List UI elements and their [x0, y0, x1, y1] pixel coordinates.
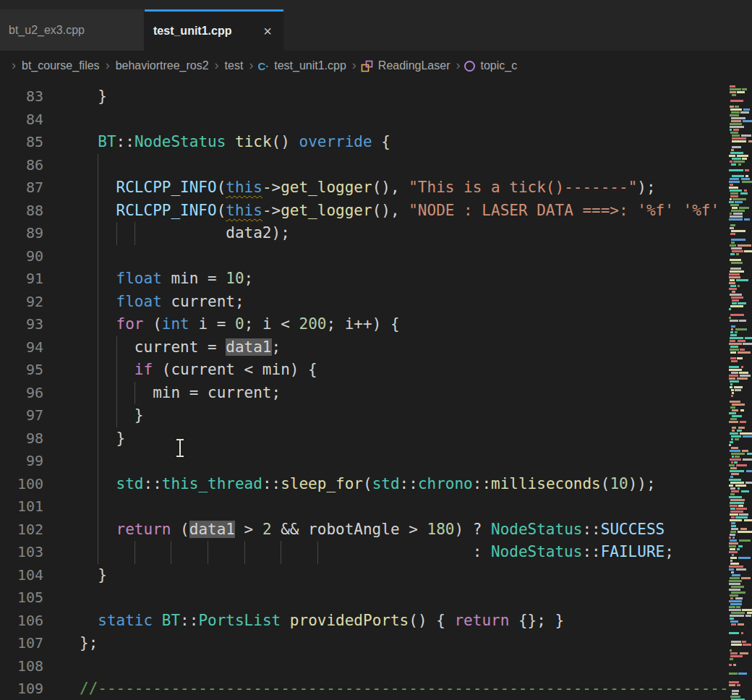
code-token: && robotAngle >	[272, 521, 427, 538]
breadcrumb-item-topic[interactable]: topic_c	[479, 59, 518, 72]
code-token: min =	[162, 270, 226, 287]
code-line: 107};	[0, 632, 752, 655]
code-token: ::	[144, 475, 162, 492]
code-token: (),	[372, 202, 409, 219]
code-token: (	[171, 521, 189, 538]
code-token: ::	[582, 543, 600, 560]
code-editor[interactable]: 83 }8485 BT::NodeStatus tick() override …	[0, 81, 752, 700]
code-line: 100 std::this_thread::sleep_for(std::chr…	[0, 473, 752, 496]
breadcrumb-item-test_unit1-cpp[interactable]: test_unit1.cpp	[273, 59, 348, 72]
editor-lines: 83 }8485 BT::NodeStatus tick() override …	[0, 85, 752, 700]
code-token	[80, 612, 98, 629]
tab-label: test_unit1.cpp	[153, 25, 231, 38]
breadcrumb-item-bt_course_files[interactable]: bt_course_files	[20, 59, 101, 72]
code-token: for	[116, 315, 144, 333]
code-line: 91 float min = 10;	[0, 268, 752, 291]
code-token: (	[217, 179, 226, 196]
line-number: 101	[0, 495, 43, 518]
code-token: ::	[582, 521, 600, 538]
code-token: (	[144, 315, 162, 333]
line-number: 103	[0, 541, 43, 564]
code-token: (),	[372, 179, 409, 196]
indent-guide	[134, 541, 135, 564]
code-token: ->	[262, 202, 281, 219]
breadcrumb-item-behaviortree_ros2[interactable]: behaviortree_ros2	[114, 59, 210, 72]
code-line: 108	[0, 655, 752, 678]
line-number: 99	[0, 450, 43, 473]
code-token: {}; }	[509, 612, 564, 629]
code-token: if	[134, 361, 153, 378]
code-token: "This is a tick()-------"	[409, 179, 637, 196]
line-number: 95	[0, 359, 43, 382]
close-icon[interactable]: ×	[260, 23, 275, 40]
line-number: 98	[0, 427, 43, 451]
tab-bt_u2_ex3[interactable]: bt_u2_ex3.cpp	[0, 9, 145, 51]
code-token: data1	[226, 338, 271, 356]
code-line: 103 : NodeStatus::FAILURE;	[0, 541, 752, 564]
chevron-right-icon: ›	[7, 58, 20, 73]
indent-guide	[134, 382, 135, 405]
code-line: 106 static BT::PortsList providedPorts()…	[0, 610, 752, 633]
chevron-right-icon: ›	[451, 58, 464, 73]
line-number: 109	[0, 678, 43, 700]
code-token: 0	[235, 315, 244, 333]
minimap[interactable]	[729, 81, 752, 700]
indent-guide	[98, 473, 98, 496]
indent-guide	[98, 427, 98, 451]
code-token: ::	[262, 475, 281, 492]
code-token: SUCCESS	[601, 521, 665, 538]
code-line: 89 data2);	[0, 222, 752, 245]
indent-guide	[98, 291, 98, 314]
code-token: data1	[189, 521, 235, 538]
line-number: 86	[0, 154, 43, 177]
code-token: 200	[299, 315, 326, 333]
indent-guide	[244, 541, 245, 564]
code-line: 101	[0, 495, 752, 518]
tab-test_unit1[interactable]: test_unit1.cpp ×	[145, 9, 283, 51]
code-token: ) ?	[454, 521, 491, 538]
code-token: ;	[244, 270, 254, 287]
code-line: 87 RCLCPP_INFO(this->get_logger(), "This…	[0, 176, 752, 200]
code-token: 2	[262, 521, 272, 538]
line-number: 97	[0, 404, 43, 427]
breadcrumb-item-test[interactable]: test	[223, 59, 245, 72]
code-token	[153, 612, 162, 629]
code-token: }	[80, 406, 144, 424]
chevron-right-icon: ›	[101, 58, 114, 73]
tab-bar: bt_u2_ex3.cpp test_unit1.cpp ×	[0, 0, 752, 51]
cpp-file-icon: C·	[257, 60, 269, 72]
line-number: 91	[0, 268, 43, 291]
code-line: 92 float current;	[0, 291, 752, 314]
code-line: 96 min = current;	[0, 382, 752, 405]
code-token: RCLCPP_INFO	[116, 179, 217, 196]
code-token: PortsList	[198, 612, 281, 629]
line-number: 84	[0, 108, 43, 132]
code-token: this	[226, 179, 262, 196]
code-token: 180	[427, 521, 454, 538]
line-number: 105	[0, 586, 43, 610]
code-line: 85 BT::NodeStatus tick() override {	[0, 131, 752, 154]
code-token: ;	[665, 543, 674, 560]
indent-guide	[171, 541, 171, 564]
code-token: ;	[272, 338, 281, 356]
code-token: std	[372, 475, 400, 492]
indent-guide	[98, 382, 98, 405]
indent-guide	[98, 518, 98, 542]
code-token: (	[601, 475, 610, 492]
code-line: 95 if (current < min) {	[0, 359, 752, 382]
code-line: 94 current = data1;	[0, 336, 752, 359]
code-token: (	[217, 202, 226, 219]
line-number: 94	[0, 336, 43, 359]
code-token: i =	[189, 315, 235, 333]
indent-guide	[98, 359, 98, 382]
chevron-right-icon: ›	[244, 58, 257, 73]
code-token: NodeStatus	[491, 543, 582, 560]
chevron-right-icon: ›	[348, 58, 361, 73]
code-token: ::	[180, 612, 198, 629]
indent-guide	[98, 495, 98, 518]
code-line: 99	[0, 450, 752, 473]
code-line: 84	[0, 108, 752, 132]
code-token	[80, 224, 226, 242]
breadcrumb-item-readinglaser[interactable]: ReadingLaser	[377, 59, 452, 72]
breadcrumb: › bt_course_files › behaviortree_ros2 › …	[0, 51, 752, 81]
